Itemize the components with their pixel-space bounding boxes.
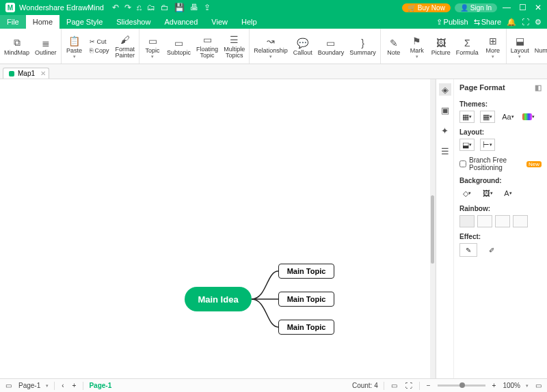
connector-option[interactable]: ⊢▾: [480, 139, 495, 151]
callout-icon: 💬: [297, 37, 309, 49]
clipart-icon[interactable]: ✦: [439, 124, 451, 137]
zoom-in-button[interactable]: +: [491, 382, 498, 389]
prev-page-button[interactable]: ‹: [60, 382, 65, 389]
mindmap-icon: ⧉: [11, 37, 23, 49]
effect-hand-drawn[interactable]: ✎: [459, 243, 477, 257]
qat-icon[interactable]: 🗂: [147, 3, 155, 12]
effect-none[interactable]: ✐: [483, 243, 501, 257]
main-topic[interactable]: Main Topic: [278, 292, 334, 307]
fullscreen-icon[interactable]: ⛶: [522, 18, 529, 26]
font-option[interactable]: Aa▾: [501, 111, 516, 123]
active-page-name[interactable]: Page-1: [89, 382, 111, 389]
format-painter-icon: 🖌: [119, 33, 131, 46]
floating-topic-icon: ▭: [201, 33, 213, 46]
undo-icon[interactable]: ↶: [112, 3, 119, 12]
panel-pin-icon[interactable]: ◧: [535, 83, 542, 92]
fit-icon[interactable]: ⛶: [404, 382, 414, 389]
settings-icon[interactable]: ⚙: [535, 18, 542, 27]
vertical-scrollbar[interactable]: [430, 79, 435, 378]
layout-button[interactable]: ⬓Layout▾: [508, 30, 532, 62]
multiple-topics-button[interactable]: ☰Multiple Topics: [221, 30, 248, 62]
outliner-button[interactable]: ≣Outliner: [32, 30, 59, 62]
more-button[interactable]: ⊞More▾: [481, 30, 505, 62]
color-option[interactable]: ▾: [521, 111, 536, 123]
rainbow-option[interactable]: [495, 215, 510, 227]
view-mode-icon[interactable]: ▭: [390, 382, 399, 389]
bg-image-option[interactable]: 🖼▾: [480, 187, 495, 199]
export-icon[interactable]: ⇪: [204, 3, 211, 12]
note-button[interactable]: ✎Note: [382, 30, 405, 62]
menu-page-style[interactable]: Page Style: [59, 15, 109, 29]
mindmap-button[interactable]: ⧉MindMap: [1, 30, 32, 62]
mark-button[interactable]: ⚑Mark▾: [405, 30, 429, 62]
main-topic[interactable]: Main Topic: [278, 320, 334, 335]
close-icon[interactable]: ✕: [535, 3, 542, 12]
qat-icon[interactable]: ⎌: [137, 3, 142, 12]
panel-icon-rail: ◈ ▣ ✦ ☰: [436, 79, 454, 378]
share-button[interactable]: ⇆ Share: [474, 18, 501, 27]
zoom-slider[interactable]: [438, 384, 485, 387]
theme-icon[interactable]: ▣: [439, 104, 451, 116]
redo-icon[interactable]: ↷: [124, 3, 131, 12]
boundary-button[interactable]: ▭Boundary: [315, 30, 347, 62]
rainbow-option[interactable]: [477, 215, 492, 227]
menu-file[interactable]: File: [0, 15, 26, 29]
menu-home[interactable]: Home: [26, 15, 59, 29]
summary-button[interactable]: }Summary: [347, 30, 379, 62]
cut-button[interactable]: ✂Cut: [88, 38, 111, 46]
menu-advanced[interactable]: Advanced: [157, 15, 204, 29]
canvas[interactable]: Main Idea Main Topic Main Topic Main Top…: [0, 79, 436, 378]
copy-button[interactable]: ⎘Copy: [88, 46, 111, 55]
paste-button[interactable]: 📋Paste▾: [63, 30, 86, 62]
outline-icon[interactable]: ☰: [439, 145, 451, 157]
print-icon[interactable]: 🖶: [190, 3, 198, 12]
topic-button[interactable]: ▭Topic▾: [141, 30, 164, 62]
notification-icon[interactable]: 🔔: [507, 18, 516, 27]
layout-heading: Layout:: [459, 128, 542, 136]
bg-watermark-option[interactable]: A▾: [501, 187, 516, 199]
numbering-button[interactable]: ≡Numbering▾: [532, 30, 547, 62]
page-format-icon[interactable]: ◈: [439, 83, 451, 96]
status-bar: ▭ Page-1 ▾ ‹ + Page-1 Count: 4 ▭ ⛶ − + 1…: [0, 378, 547, 392]
theme-option[interactable]: ▦▾: [459, 111, 475, 123]
picture-button[interactable]: 🖼Picture: [429, 30, 453, 62]
rainbow-option[interactable]: [513, 215, 528, 227]
menu-slideshow[interactable]: Slideshow: [109, 15, 157, 29]
rainbow-option[interactable]: [459, 215, 475, 227]
tab-map1[interactable]: Map1 ✕: [3, 68, 49, 79]
outliner-icon: ≣: [40, 37, 52, 49]
sign-in-button[interactable]: 👤 Sign In: [455, 3, 497, 12]
callout-button[interactable]: 💬Callout: [291, 30, 315, 62]
zoom-level: 100%: [503, 382, 520, 389]
layout-option[interactable]: ⬓▾: [459, 139, 475, 151]
page-thumb-icon[interactable]: ▭: [4, 382, 13, 389]
relationship-icon: ↝: [265, 35, 277, 47]
summary-icon: }: [356, 37, 369, 49]
menu-help[interactable]: Help: [235, 15, 264, 29]
maximize-icon[interactable]: ☐: [519, 3, 526, 12]
zoom-out-button[interactable]: −: [425, 382, 432, 389]
note-icon: ✎: [388, 37, 400, 49]
subtopic-button[interactable]: ▭Subtopic: [164, 30, 194, 62]
open-icon[interactable]: 🗀: [161, 3, 169, 12]
menu-view[interactable]: View: [204, 15, 235, 29]
buy-now-button[interactable]: 🛒 Buy Now: [402, 3, 451, 12]
formula-button[interactable]: ΣFormula: [453, 30, 481, 62]
theme-option[interactable]: ▦▾: [480, 111, 495, 123]
menu-bar: File Home Page Style Slideshow Advanced …: [0, 15, 547, 29]
central-topic[interactable]: Main Idea: [185, 287, 252, 311]
branch-free-checkbox[interactable]: [459, 160, 466, 167]
minimize-icon[interactable]: —: [503, 3, 511, 12]
relationship-button[interactable]: ↝Relationship▾: [251, 30, 291, 62]
save-icon[interactable]: 💾: [174, 3, 185, 12]
close-tab-icon[interactable]: ✕: [40, 70, 46, 77]
bg-fill-option[interactable]: ◇▾: [459, 187, 475, 199]
floating-topic-button[interactable]: ▭Floating Topic: [194, 30, 221, 62]
add-page-button[interactable]: +: [71, 382, 78, 389]
present-icon[interactable]: ▭: [534, 382, 543, 389]
main-topic[interactable]: Main Topic: [278, 264, 334, 279]
format-painter-button[interactable]: 🖌Format Painter: [113, 30, 138, 62]
publish-button[interactable]: ⇪ Publish: [436, 18, 468, 27]
branch-free-label: Branch Free Positioning: [469, 156, 524, 171]
topic-icon: ▭: [146, 35, 159, 47]
